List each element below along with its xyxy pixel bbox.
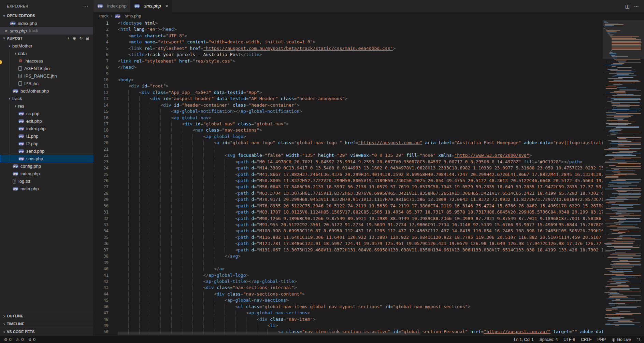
code-line[interactable]: 27 <path d="M56.0843 17.8486C56.2133 18.… — [94, 184, 603, 190]
line-number[interactable]: 29 — [94, 196, 118, 203]
line-number[interactable]: 44 — [94, 291, 118, 297]
tree-item[interactable]: ⚙.htaccess — [0, 57, 93, 65]
line-number[interactable]: 20 — [94, 140, 118, 146]
line-number[interactable]: 27 — [94, 184, 118, 190]
code-line[interactable]: 42 <ap-global-title></ap-global-title> — [94, 278, 603, 285]
code-editor[interactable]: 1<!doctype html>2<html lang="en"><head>3… — [94, 20, 603, 335]
code-line[interactable]: 37 <path d="M131.067 13.3075H129.468V11.… — [94, 247, 603, 253]
code-line[interactable]: 24 <path d="M14.3389 0C13.9417 0 13.5488… — [94, 165, 603, 171]
code-line[interactable]: 39 — [94, 260, 603, 266]
close-icon[interactable]: × — [3, 28, 9, 33]
code-line[interactable]: 41 </ap-global-logo> — [94, 272, 603, 278]
code-line[interactable]: 43 <div class="nav-sections-internal"> — [94, 285, 603, 291]
code-line[interactable]: 15 <ap-global-notification></ap-global-n… — [94, 108, 603, 114]
code-line[interactable]: 11 <div id="root"> — [94, 83, 603, 89]
line-number[interactable]: 45 — [94, 297, 118, 303]
code-line[interactable]: 26 <path d="M50.8005 11.8372H52.7722V20.… — [94, 178, 603, 184]
bell-icon[interactable] — [637, 338, 640, 341]
tree-folder[interactable]: ∨track — [0, 95, 93, 102]
tree-item[interactable]: phpindex.php — [0, 125, 93, 132]
code-line[interactable]: 1<!doctype html> — [94, 20, 603, 26]
code-line[interactable]: 2<html lang="en"><head> — [94, 26, 603, 32]
tree-item[interactable]: IPS_RANGE.jhn — [0, 72, 93, 80]
line-number[interactable]: 10 — [94, 77, 118, 83]
line-number[interactable]: 21 — [94, 146, 118, 152]
line-number[interactable]: 39 — [94, 260, 118, 266]
code-line[interactable]: 44 <div class="nav-sections-content"> — [94, 291, 603, 297]
tree-item[interactable]: AGENTS.jhn — [0, 65, 93, 72]
code-line[interactable]: 9 — [94, 71, 603, 77]
section-timeline[interactable]: ›TIMELINE — [0, 320, 93, 328]
code-line[interactable]: 7<link rel="stylesheet" href="res/style.… — [94, 58, 603, 64]
code-line[interactable]: 18 <nav class="nav-sections"> — [94, 127, 603, 133]
line-number[interactable]: 17 — [94, 121, 118, 127]
line-number[interactable]: 26 — [94, 178, 118, 184]
line-number[interactable]: 23 — [94, 159, 118, 165]
line-number[interactable]: 43 — [94, 285, 118, 291]
encoding[interactable]: UTF-8 — [563, 337, 575, 342]
line-number[interactable]: 18 — [94, 127, 118, 133]
breadcrumb-item[interactable]: track — [99, 14, 109, 18]
line-number[interactable]: 24 — [94, 165, 118, 171]
code-line[interactable]: 38 </svg> — [94, 253, 603, 259]
code-line[interactable]: 22 <svg focusable="false" width="135" he… — [94, 152, 603, 159]
new-folder-icon[interactable]: ⊕ — [73, 36, 76, 41]
code-line[interactable]: 5 <link rel="stylesheet" href="https://a… — [94, 45, 603, 52]
tree-item[interactable]: phpmain.php — [0, 185, 93, 192]
go-live[interactable]: ◎Go Live — [612, 337, 631, 342]
cursor-position[interactable]: Ln 1, Col 1 — [514, 337, 534, 342]
line-number[interactable]: 2 — [94, 26, 118, 32]
line-number[interactable]: 33 — [94, 222, 118, 228]
workspace-header[interactable]: ∨ AUPOST +⊕↻⊟ — [0, 35, 93, 42]
line-number[interactable]: 36 — [94, 241, 118, 247]
more-actions-icon[interactable]: ⋯ — [634, 3, 639, 9]
code-line[interactable]: 31 <path d="M83.1787 18.0125V8.1124H85.1… — [94, 209, 603, 215]
tree-item[interactable]: phpsms.php — [0, 155, 93, 162]
line-number[interactable]: 6 — [94, 52, 118, 58]
code-line[interactable]: 12 <div class="App_app__4xG+3" data-test… — [94, 90, 603, 96]
code-line[interactable]: 45 <ap-global-nav-sections> — [94, 297, 603, 303]
tree-folder[interactable]: ›res — [0, 102, 93, 110]
tree-folder[interactable]: ∨botMother — [0, 42, 93, 50]
line-number[interactable]: 47 — [94, 310, 118, 316]
code-line[interactable]: 3 <meta charset="UTF-8"> — [94, 33, 603, 39]
code-line[interactable]: 34 <path d="M108.398 8.69958C110.87 8.69… — [94, 228, 603, 234]
code-line[interactable]: 36 <path d="M123.781 17.8486C123.91 18.5… — [94, 241, 603, 247]
code-line[interactable]: 23 <path d="M0 14.4978C0 20.7021 3.84597… — [94, 159, 603, 165]
code-line[interactable]: 17 <div id="global-nav" class="global-na… — [94, 121, 603, 127]
explorer-more-icon[interactable]: ⋯ — [83, 3, 88, 9]
code-line[interactable]: 35 <path d="M116.882 11.6401C119.306 11.… — [94, 234, 603, 241]
tree-item[interactable]: phpl1.php — [0, 132, 93, 140]
tree-item[interactable]: phpsend.php — [0, 147, 93, 155]
close-icon[interactable]: × — [166, 3, 168, 9]
line-number[interactable]: 32 — [94, 216, 118, 222]
code-line[interactable]: 8</head> — [94, 64, 603, 70]
line-number[interactable]: 28 — [94, 190, 118, 196]
code-line[interactable]: 28 <path d="M63.3704 13.3075H61.7715V11.… — [94, 190, 603, 196]
section-vs-code-pets[interactable]: ›VS CODE PETS — [0, 328, 93, 335]
line-number[interactable]: 19 — [94, 134, 118, 140]
code-line[interactable]: 4 <meta name="viewport" content="width=d… — [94, 39, 603, 45]
tab-index-php[interactable]: phpindex.php — [94, 0, 130, 12]
line-number[interactable]: 37 — [94, 247, 118, 253]
code-line[interactable]: 46 <ul class="global-nav-items global-na… — [94, 304, 603, 310]
line-number[interactable]: 22 — [94, 152, 118, 159]
line-number[interactable]: 11 — [94, 83, 118, 89]
warnings-status[interactable]: ⚠0 — [16, 337, 24, 342]
line-number[interactable]: 8 — [94, 64, 118, 70]
tree-item[interactable]: log.txt — [0, 177, 93, 185]
open-editor-item[interactable]: ×sms.phptrack — [0, 27, 93, 35]
line-number[interactable]: 31 — [94, 209, 118, 215]
line-number[interactable]: 7 — [94, 58, 118, 64]
code-line[interactable]: 40 </a> — [94, 266, 603, 272]
line-number[interactable]: 34 — [94, 228, 118, 234]
code-line[interactable]: 25 <path d="M41.8667 17.882H37.2464L36.4… — [94, 172, 603, 178]
tree-item[interactable]: phpbotMother.php — [0, 87, 93, 95]
line-number[interactable]: 1 — [94, 20, 118, 26]
tree-item[interactable]: phpindex.php — [0, 170, 93, 177]
line-number[interactable]: 14 — [94, 102, 118, 108]
tree-item[interactable]: phpcc.php — [0, 110, 93, 117]
ports-status[interactable]: ↯0 — [28, 337, 35, 342]
tree-item[interactable]: phpl2.php — [0, 140, 93, 147]
code-line[interactable]: 48 <div class="nav-item"> — [94, 316, 603, 323]
